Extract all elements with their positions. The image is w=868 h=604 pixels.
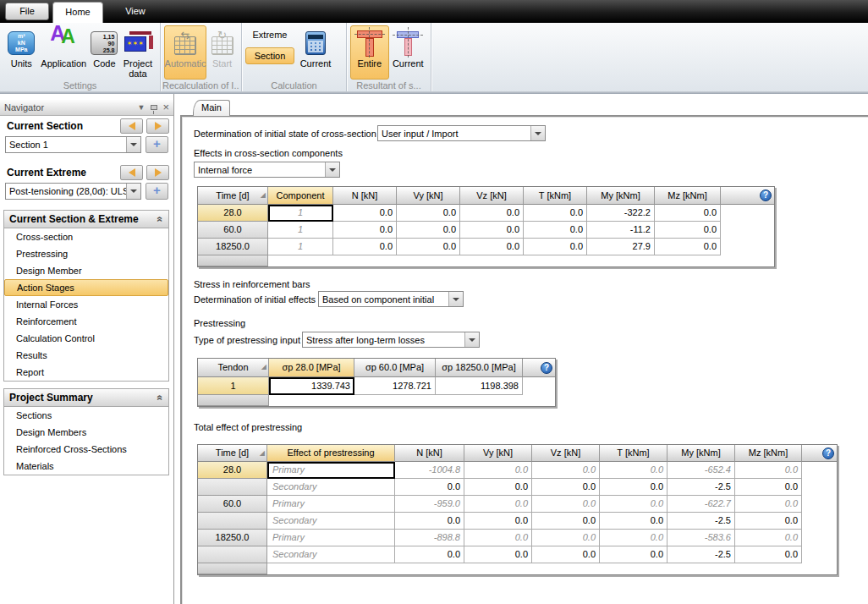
- nav-item-sections[interactable]: Sections: [4, 407, 168, 424]
- table-cell[interactable]: 0.0: [464, 479, 532, 496]
- dropdown-arrow-button[interactable]: [530, 126, 545, 140]
- table-cell[interactable]: 0.0: [524, 239, 587, 255]
- table-cell[interactable]: 0.0: [524, 205, 587, 222]
- column-header[interactable]: Component: [268, 187, 333, 205]
- row-header-cell[interactable]: 28.0: [198, 205, 268, 222]
- table-cell[interactable]: 0.0: [735, 479, 802, 496]
- column-header[interactable]: Vz [kN]: [532, 445, 600, 462]
- navigator-menu-icon[interactable]: ▼: [137, 103, 145, 112]
- column-header[interactable]: N [kN]: [395, 445, 464, 462]
- next-section-button[interactable]: [146, 118, 169, 134]
- table-cell[interactable]: Primary: [267, 530, 395, 546]
- table-cell[interactable]: 0.0: [600, 513, 667, 530]
- table-cell[interactable]: 0.0: [397, 239, 460, 255]
- column-header[interactable]: Effect of prestressing: [267, 445, 395, 462]
- table-cell[interactable]: 0.0: [532, 513, 600, 530]
- table-cell[interactable]: 1: [268, 222, 333, 239]
- table-cell[interactable]: 0.0: [397, 205, 460, 222]
- collapse-icon[interactable]: «: [155, 395, 167, 401]
- table-cell[interactable]: 0.0: [532, 530, 600, 546]
- table-cell[interactable]: 0.0: [464, 546, 532, 563]
- table-cell[interactable]: 0.0: [600, 479, 667, 496]
- table-cell[interactable]: 0.0: [397, 222, 460, 239]
- column-header[interactable]: Time [d]◢: [198, 187, 268, 205]
- column-header[interactable]: T [kNm]: [524, 187, 587, 205]
- row-header-cell[interactable]: 18250.0: [198, 530, 267, 546]
- nav-item-reinforcement[interactable]: Reinforcement: [4, 313, 168, 330]
- table-cell[interactable]: 0.0: [735, 546, 802, 563]
- table-cell[interactable]: 0.0: [600, 496, 667, 513]
- extreme-select[interactable]: Post-tensioning (28,0d): ULS: [5, 183, 141, 200]
- column-header[interactable]: Mz [kNm]: [735, 445, 802, 462]
- application-button[interactable]: AA Application: [38, 25, 91, 80]
- nav-item-action-stages[interactable]: Action Stages: [4, 279, 168, 296]
- row-header-cell[interactable]: [198, 513, 267, 530]
- section-select[interactable]: Section 1: [5, 136, 141, 153]
- column-header[interactable]: My [kNm]: [667, 445, 735, 462]
- group-header-current-section-extreme[interactable]: Current Section & Extreme «: [4, 211, 168, 228]
- table-cell[interactable]: -2.5: [667, 479, 735, 496]
- add-section-button[interactable]: +: [146, 136, 168, 153]
- collapse-icon[interactable]: «: [155, 217, 167, 222]
- calculation-current-button[interactable]: Current: [294, 25, 337, 80]
- table-cell[interactable]: 0.0: [532, 462, 600, 479]
- table-cell[interactable]: 0.0: [395, 513, 464, 530]
- table-cell[interactable]: 1278.721: [354, 377, 436, 395]
- column-header[interactable]: T [kNm]: [600, 445, 667, 462]
- table-cell[interactable]: 0.0: [524, 222, 587, 239]
- column-header[interactable]: σp 18250.0 [MPa]: [436, 359, 523, 377]
- table-cell[interactable]: 0.0: [464, 513, 532, 530]
- effects-dropdown[interactable]: Internal force: [194, 162, 340, 178]
- table-cell[interactable]: 0.0: [735, 462, 802, 479]
- prestress-input-dropdown[interactable]: Stress after long-term losses: [302, 332, 480, 348]
- help-icon[interactable]: ?: [760, 189, 772, 201]
- column-header[interactable]: Vz [kN]: [460, 187, 524, 205]
- add-extreme-button[interactable]: +: [146, 183, 168, 200]
- resultant-current-button[interactable]: Current: [389, 25, 428, 80]
- column-header[interactable]: σp 28.0 [MPa]: [269, 359, 354, 377]
- table-cell[interactable]: 0.0: [655, 205, 721, 222]
- table-cell[interactable]: Primary: [267, 496, 395, 513]
- extreme-select-arrow[interactable]: [126, 184, 140, 199]
- row-header-cell[interactable]: 18250.0: [198, 239, 268, 255]
- row-header-cell[interactable]: [198, 479, 267, 496]
- table-cell[interactable]: Secondary: [267, 513, 395, 530]
- help-icon[interactable]: ?: [822, 448, 834, 459]
- nav-item-prestressing[interactable]: Prestressing: [4, 245, 168, 262]
- table-cell[interactable]: 0.0: [395, 479, 464, 496]
- section-button[interactable]: Section: [245, 47, 295, 64]
- previous-extreme-button[interactable]: [120, 165, 143, 180]
- dropdown-arrow-button[interactable]: [448, 292, 463, 306]
- table-cell[interactable]: 0.0: [532, 496, 600, 513]
- table-cell[interactable]: 0.0: [460, 205, 524, 222]
- table-cell[interactable]: -583.6: [667, 530, 735, 546]
- column-header[interactable]: Time [d]◢: [198, 445, 267, 462]
- table-cell[interactable]: 1198.398: [436, 377, 523, 395]
- table-cell[interactable]: Secondary: [267, 546, 395, 563]
- initial-state-dropdown[interactable]: User input / Import: [377, 125, 546, 141]
- column-header[interactable]: Vy [kN]: [397, 187, 460, 205]
- close-icon[interactable]: ×: [162, 103, 169, 112]
- row-header-cell[interactable]: 28.0: [198, 462, 267, 479]
- group-header-project-summary[interactable]: Project Summary «: [4, 389, 168, 407]
- column-header[interactable]: Tendon◢: [198, 359, 269, 377]
- initial-effects-dropdown[interactable]: Based on component initial: [318, 291, 464, 307]
- column-header[interactable]: σp 60.0 [MPa]: [354, 359, 436, 377]
- table-cell[interactable]: 0.0: [600, 530, 667, 546]
- automatic-button[interactable]: ⇆ Automatic: [164, 25, 206, 80]
- table-cell[interactable]: -622.7: [667, 496, 735, 513]
- table-cell[interactable]: 0.0: [464, 462, 532, 479]
- table-cell[interactable]: 1: [268, 205, 333, 222]
- table-cell[interactable]: 1: [268, 239, 333, 255]
- table-cell[interactable]: 0.0: [735, 513, 802, 530]
- ribbon-tab-view[interactable]: View: [108, 2, 162, 23]
- row-header-cell[interactable]: [198, 546, 267, 563]
- table-cell[interactable]: 0.0: [600, 546, 667, 563]
- table-cell[interactable]: 0.0: [735, 496, 802, 513]
- table-cell[interactable]: -959.0: [395, 496, 464, 513]
- table-cell[interactable]: 0.0: [655, 222, 721, 239]
- table-cell[interactable]: -898.8: [395, 530, 464, 546]
- row-header-cell[interactable]: 1: [198, 377, 269, 395]
- help-icon[interactable]: ?: [541, 362, 552, 374]
- code-button[interactable]: 1,159025.8 Code: [90, 25, 119, 80]
